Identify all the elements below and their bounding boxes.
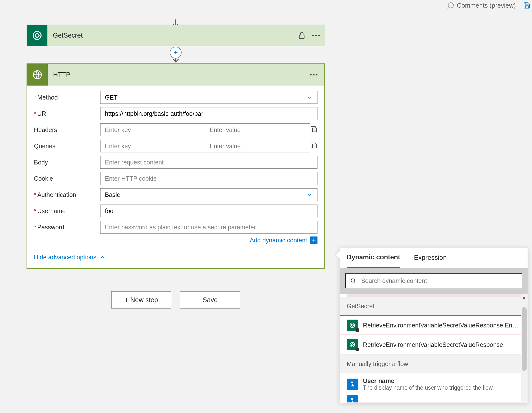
flow-canvas: GetSecret + HTTP *Method bbox=[27, 19, 325, 309]
search-icon bbox=[350, 278, 356, 284]
fx-icon bbox=[310, 236, 317, 244]
save-icon-button[interactable] bbox=[523, 2, 531, 9]
svg-point-12 bbox=[351, 279, 355, 282]
step-http-title: HTTP bbox=[48, 71, 71, 79]
lock-icon bbox=[298, 31, 306, 40]
svg-rect-7 bbox=[313, 128, 316, 132]
username-input[interactable] bbox=[100, 205, 317, 217]
dataverse-icon bbox=[347, 339, 358, 350]
dynamic-item-retrieve-envi[interactable]: RetrieveEnvironmentVariableSecretValueRe… bbox=[340, 316, 528, 335]
step-menu-button[interactable] bbox=[310, 74, 317, 75]
uri-label: *URI bbox=[34, 107, 100, 117]
add-dynamic-content-link[interactable]: Add dynamic content bbox=[100, 236, 317, 244]
save-button[interactable]: Save bbox=[180, 291, 240, 309]
method-value: GET bbox=[105, 94, 117, 101]
queries-key-input[interactable] bbox=[101, 140, 205, 152]
flow-icon bbox=[347, 379, 358, 390]
uri-input[interactable] bbox=[100, 107, 317, 120]
step-getsecret[interactable]: GetSecret bbox=[27, 25, 325, 46]
page-toolbar: Comments (preview) bbox=[447, 0, 532, 11]
chevron-up-icon bbox=[99, 254, 106, 261]
tab-dynamic-content[interactable]: Dynamic content bbox=[347, 248, 400, 268]
headers-label: Headers bbox=[34, 123, 100, 133]
dynamic-content-panel: Dynamic content Expression GetSecret Ret… bbox=[340, 247, 528, 403]
add-step-between-button[interactable]: + bbox=[170, 47, 182, 59]
save-icon bbox=[523, 2, 531, 9]
dataverse-icon bbox=[27, 25, 47, 46]
switch-mode-button[interactable] bbox=[310, 142, 317, 150]
queries-value-input[interactable] bbox=[205, 140, 310, 152]
dynamic-item-retrieve-full[interactable]: RetrieveEnvironmentVariableSecretValueRe… bbox=[340, 335, 528, 354]
tab-expression[interactable]: Expression bbox=[414, 248, 447, 268]
step-http: HTTP *Method GET *URI bbox=[27, 63, 325, 269]
scroll-up-icon: ▲ bbox=[522, 295, 526, 300]
dynamic-item-partial[interactable] bbox=[347, 395, 521, 403]
scrollbar[interactable]: ▲ bbox=[521, 294, 528, 403]
dynamic-item-username[interactable]: User name The display name of the user w… bbox=[347, 373, 521, 395]
cookie-label: Cookie bbox=[34, 172, 100, 182]
password-label: *Password bbox=[34, 221, 100, 231]
queries-label: Queries bbox=[34, 140, 100, 150]
authentication-value: Basic bbox=[105, 191, 120, 198]
new-step-button[interactable]: + New step bbox=[111, 291, 171, 309]
dynamic-content-search-input[interactable] bbox=[360, 277, 517, 285]
dynamic-group-manual: Manually trigger a flow bbox=[340, 354, 528, 373]
comments-button[interactable]: Comments (preview) bbox=[447, 2, 516, 9]
body-input[interactable] bbox=[100, 156, 317, 169]
chevron-down-icon bbox=[306, 94, 313, 101]
body-label: Body bbox=[34, 156, 100, 166]
comments-label: Comments (preview) bbox=[457, 2, 516, 9]
chevron-down-icon bbox=[306, 191, 313, 198]
svg-rect-9 bbox=[313, 144, 316, 148]
dynamic-group-getsecret: GetSecret bbox=[340, 297, 528, 316]
scrollbar-thumb[interactable] bbox=[522, 307, 527, 371]
switch-mode-button[interactable] bbox=[310, 125, 317, 134]
svg-point-1 bbox=[33, 31, 41, 39]
step-http-header[interactable]: HTTP bbox=[27, 64, 324, 86]
step-getsecret-title: GetSecret bbox=[47, 32, 83, 39]
comments-icon bbox=[447, 2, 454, 9]
svg-rect-2 bbox=[299, 35, 304, 39]
svg-point-15 bbox=[350, 342, 355, 347]
hide-advanced-options-link[interactable]: Hide advanced options bbox=[34, 254, 317, 261]
cookie-input[interactable] bbox=[100, 172, 317, 185]
authentication-dropdown[interactable]: Basic bbox=[100, 188, 317, 201]
http-icon bbox=[27, 64, 48, 86]
username-label: *Username bbox=[34, 205, 100, 215]
svg-line-13 bbox=[354, 282, 355, 283]
svg-point-14 bbox=[350, 323, 355, 328]
headers-key-input[interactable] bbox=[101, 124, 205, 136]
step-menu-button[interactable] bbox=[312, 35, 320, 36]
dataverse-icon bbox=[347, 320, 358, 331]
callout-arrow-icon bbox=[336, 249, 341, 260]
method-dropdown[interactable]: GET bbox=[100, 91, 317, 104]
flow-icon bbox=[347, 395, 358, 403]
headers-value-input[interactable] bbox=[205, 124, 310, 136]
authentication-label: *Authentication bbox=[34, 188, 100, 198]
password-input[interactable] bbox=[100, 221, 317, 234]
method-label: *Method bbox=[34, 91, 100, 101]
